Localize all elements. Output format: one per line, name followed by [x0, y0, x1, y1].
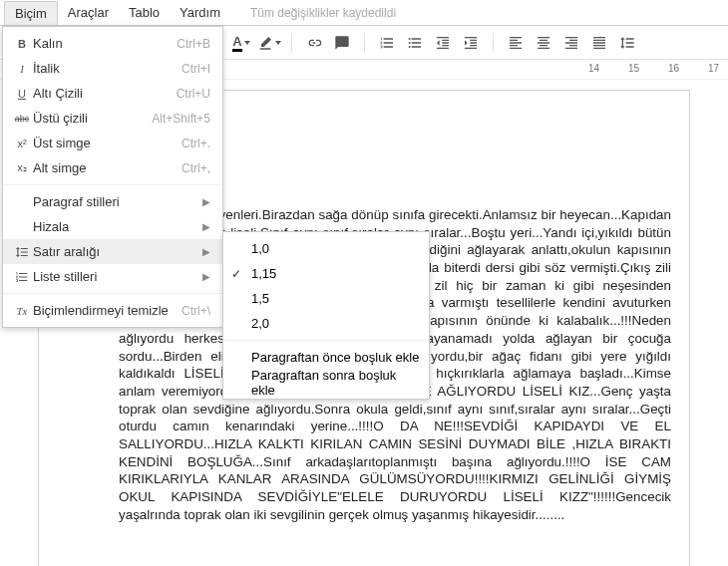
ruler-tick: 17: [708, 63, 719, 74]
superscript-icon: x²: [11, 138, 33, 149]
menu-help[interactable]: Yardım: [170, 1, 230, 24]
chevron-right-icon: ▶: [202, 246, 214, 257]
spacing-1-15[interactable]: ✓1,15: [223, 261, 429, 286]
align-justify-button[interactable]: [587, 31, 611, 55]
align-center-button[interactable]: [532, 31, 555, 55]
strikethrough-icon: abc: [11, 114, 33, 124]
text-color-button[interactable]: A: [229, 31, 253, 55]
list-icon: [11, 270, 33, 284]
outdent-button[interactable]: [431, 31, 455, 55]
menu-paragraph-styles[interactable]: Paragraf stilleri ▶: [3, 189, 222, 214]
menu-line-spacing[interactable]: Satır aralığı ▶: [3, 239, 222, 264]
menu-subscript[interactable]: x₂ Alt simge Ctrl+,: [3, 155, 222, 180]
menu-tools[interactable]: Araçlar: [58, 1, 119, 24]
italic-icon: I: [11, 63, 33, 75]
insert-link-button[interactable]: [302, 31, 326, 55]
bold-icon: B: [11, 38, 33, 50]
clear-format-icon: Tx: [11, 305, 33, 317]
menu-clear-formatting[interactable]: Tx Biçimlendirmeyi temizle Ctrl+\: [3, 298, 222, 323]
ruler-tick: 16: [668, 63, 679, 74]
align-right-button[interactable]: [559, 31, 583, 55]
spacing-2-0[interactable]: 2,0: [223, 311, 429, 336]
check-icon: ✓: [231, 267, 241, 281]
menu-strikethrough[interactable]: abc Üstü çizili Alt+Shift+5: [3, 106, 222, 131]
line-spacing-icon: [11, 245, 33, 259]
space-before-paragraph[interactable]: Paragraftan önce boşluk ekle: [223, 345, 429, 370]
spacing-1-5[interactable]: 1,5: [223, 286, 429, 311]
insert-comment-button[interactable]: [330, 31, 354, 55]
indent-button[interactable]: [459, 31, 483, 55]
line-spacing-submenu: 1,0 ✓1,15 1,5 2,0 Paragraftan önce boşlu…: [222, 231, 430, 400]
menu-underline[interactable]: U Altı Çizili Ctrl+U: [3, 81, 222, 106]
bulleted-list-button[interactable]: [403, 31, 427, 55]
ruler-tick: 15: [628, 63, 639, 74]
numbered-list-button[interactable]: [375, 31, 399, 55]
space-after-paragraph[interactable]: Paragraftan sonra boşluk ekle: [223, 370, 429, 395]
menu-italic[interactable]: I İtalik Ctrl+I: [3, 56, 222, 81]
highlight-color-button[interactable]: [257, 31, 281, 55]
chevron-right-icon: ▶: [202, 196, 214, 207]
menubar: Biçim Araçlar Tablo Yardım Tüm değişikli…: [0, 0, 728, 26]
menu-list-styles[interactable]: Liste stilleri ▶: [3, 264, 222, 289]
save-status: Tüm değişiklikler kaydedildi: [250, 6, 396, 20]
line-spacing-button[interactable]: [615, 31, 639, 55]
menu-bold[interactable]: B Kalın Ctrl+B: [3, 31, 222, 56]
spacing-1-0[interactable]: 1,0: [223, 236, 429, 261]
format-menu: B Kalın Ctrl+B I İtalik Ctrl+I U Altı Çi…: [2, 26, 223, 328]
underline-icon: U: [11, 88, 33, 100]
menu-superscript[interactable]: x² Üst simge Ctrl+.: [3, 131, 222, 155]
chevron-right-icon: ▶: [202, 271, 214, 282]
menu-align[interactable]: Hizala ▶: [3, 214, 222, 239]
subscript-icon: x₂: [11, 161, 33, 174]
menu-table[interactable]: Tablo: [119, 1, 170, 24]
chevron-right-icon: ▶: [202, 221, 214, 232]
ruler-tick: 14: [588, 63, 599, 74]
menu-format[interactable]: Biçim: [4, 1, 58, 25]
align-left-button[interactable]: [504, 31, 528, 55]
